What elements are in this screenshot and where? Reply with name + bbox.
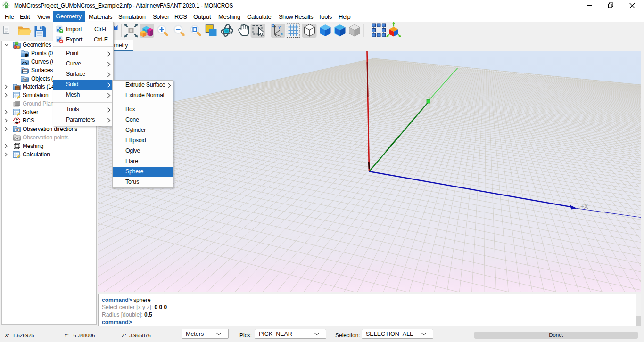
- svg-text:X: X: [281, 32, 283, 36]
- svg-text:+X: +X: [580, 203, 589, 210]
- svg-text:Calculation: Calculation: [23, 151, 50, 158]
- svg-text:Materials (14): Materials (14): [23, 83, 56, 90]
- svg-text:Ground Plane: Ground Plane: [23, 100, 57, 107]
- svg-text:Y: Y: [278, 25, 281, 30]
- svg-text:Points (0): Points (0): [31, 50, 55, 57]
- svg-text:Solver: Solver: [23, 109, 38, 115]
- svg-text:Z: Z: [272, 24, 274, 28]
- svg-text:Simulation: Simulation: [23, 92, 49, 98]
- svg-text:Observation directions: Observation directions: [23, 126, 77, 132]
- svg-text:Observation points: Observation points: [23, 134, 69, 141]
- svg-text:Meshing: Meshing: [23, 143, 43, 149]
- svg-text:Geometries: Geometries: [23, 41, 51, 48]
- svg-text:RCS: RCS: [23, 117, 34, 124]
